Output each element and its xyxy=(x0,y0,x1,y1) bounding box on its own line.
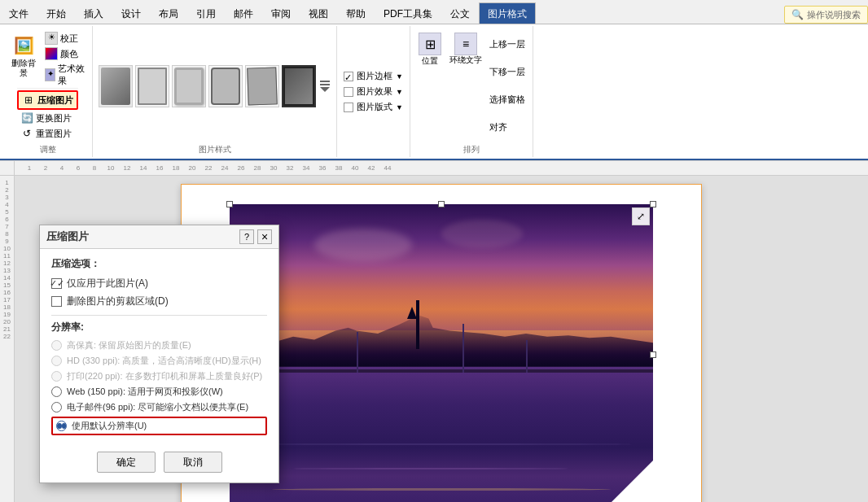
doc-area: ⤢ 点击 压缩图片 ? × 压缩选项 xyxy=(15,176,868,502)
checkbox-effect xyxy=(344,87,353,97)
tab-help[interactable]: 帮助 xyxy=(337,2,375,24)
change-button[interactable]: 🔄 更换图片 xyxy=(17,111,78,125)
tab-picformat[interactable]: 图片格式 xyxy=(479,2,536,24)
res-web-row[interactable]: Web (150 ppi): 适用于网页和投影仪(W) xyxy=(51,386,267,398)
confirm-button[interactable]: 确定 xyxy=(97,452,156,473)
ribbon: 文件 开始 插入 设计 布局 引用 邮件 审阅 视图 帮助 PDF工具集 公文 … xyxy=(0,0,868,161)
compress-options-title: 压缩选项： xyxy=(51,257,267,271)
style-thumb-2[interactable] xyxy=(135,65,169,107)
ribbon-content: 🖼️ 删除背景 ☀ 校正 颜色 ✦ 艺术效果 xyxy=(0,24,868,160)
handle-tr[interactable] xyxy=(650,201,656,207)
checkbox-border: ✓ xyxy=(344,72,353,81)
handle-tm[interactable] xyxy=(438,201,445,207)
style-more[interactable] xyxy=(318,81,331,92)
group-adjust: 🖼️ 删除背景 ☀ 校正 颜色 ✦ 艺术效果 xyxy=(3,26,93,157)
handle-mr[interactable] xyxy=(650,351,656,358)
wrap-text-btn[interactable]: ≡ 环绕文字 xyxy=(448,31,484,67)
radio-hd xyxy=(51,356,62,366)
corner-fold xyxy=(608,461,653,502)
style-thumb-3[interactable] xyxy=(172,65,206,107)
compress-button[interactable]: ⊞ 压缩图片 xyxy=(17,90,78,110)
tab-layout[interactable]: 布局 xyxy=(150,2,187,24)
format-btn[interactable]: 图片版式 ▼ xyxy=(344,101,403,113)
tab-home[interactable]: 开始 xyxy=(37,2,75,24)
delete-crop-checkbox[interactable] xyxy=(51,296,62,307)
style-thumb-5[interactable] xyxy=(245,65,279,107)
checkbox-format xyxy=(344,103,353,112)
ribbon-tab-bar: 文件 开始 插入 设计 布局 引用 邮件 审阅 视图 帮助 PDF工具集 公文 … xyxy=(0,0,868,24)
ruler-vertical: 123456 789101112 131415161718 19202122 xyxy=(0,176,15,502)
group-border-effect: ✓ 图片边框 ▼ 图片效果 ▼ 图片版式 ▼ xyxy=(337,26,410,157)
delete-crop-row[interactable]: 删除图片的剪裁区域(D) xyxy=(51,295,267,308)
position-btn[interactable]: ⊞ 位置 xyxy=(415,31,445,68)
color-button[interactable]: 颜色 xyxy=(42,46,89,61)
search-label[interactable]: 操作说明搜索 xyxy=(807,9,861,21)
style-thumb-6[interactable] xyxy=(282,65,316,107)
effect-btn[interactable]: 图片效果 ▼ xyxy=(344,85,403,98)
tab-file[interactable]: 文件 xyxy=(0,2,37,24)
style-thumb-1[interactable] xyxy=(99,65,133,107)
tab-mailings[interactable]: 邮件 xyxy=(225,2,262,24)
search-bar: 🔍 操作说明搜索 xyxy=(784,6,868,24)
apply-only-row[interactable]: ✓ 仅应用于此图片(A) xyxy=(51,277,267,290)
resolution-title: 分辨率: xyxy=(51,321,267,334)
compress-dialog: 压缩图片 ? × 压缩选项： ✓ 仅应用于此图片(A) 删除图片的剪裁区域(D) xyxy=(39,225,279,483)
ruler-horizontal: 1 2 4 6 8 10 12 14 16 18 20 22 24 26 28 … xyxy=(0,161,868,176)
selection-pane-btn[interactable]: 选择窗格 xyxy=(487,93,528,107)
correct-button[interactable]: ☀ 校正 xyxy=(42,31,89,46)
radio-email[interactable] xyxy=(51,402,62,413)
tab-pdf[interactable]: PDF工具集 xyxy=(375,2,441,24)
dialog-footer: 确定 取消 xyxy=(40,447,278,482)
style-thumb-4[interactable] xyxy=(208,65,243,107)
selected-image[interactable]: ⤢ xyxy=(230,204,653,502)
res-hd-row: HD (330 ppi): 高质量，适合高清晰度(HD)显示(H) xyxy=(51,355,267,367)
radio-print xyxy=(51,371,62,382)
arrange-label: 排列 xyxy=(415,142,528,155)
border-btn[interactable]: ✓ 图片边框 ▼ xyxy=(344,70,403,82)
radio-high xyxy=(51,340,62,351)
res-high-row: 高保真: 保留原始图片的质量(E) xyxy=(51,339,267,351)
cancel-button[interactable]: 取消 xyxy=(164,452,222,473)
handle-tl[interactable] xyxy=(226,201,233,207)
tab-design[interactable]: 设计 xyxy=(112,2,150,24)
dialog-body: 压缩选项： ✓ 仅应用于此图片(A) 删除图片的剪裁区域(D) 分辨率: 高保真… xyxy=(40,249,278,447)
search-icon: 🔍 xyxy=(791,9,804,20)
effects-button[interactable]: ✦ 艺术效果 xyxy=(42,62,89,88)
radio-web[interactable] xyxy=(51,386,62,397)
reset-button[interactable]: ↺ 重置图片 xyxy=(17,126,78,141)
imgstyle-label: 图片样式 xyxy=(199,142,231,155)
radio-default[interactable] xyxy=(56,421,67,431)
remove-bg-button[interactable]: 🖼️ 删除背景 xyxy=(7,31,41,80)
group-imgstyle: 图片样式 xyxy=(93,26,337,157)
res-email-row[interactable]: 电子邮件(96 ppi): 尽可能缩小文档以便共享(E) xyxy=(51,401,267,413)
tab-insert[interactable]: 插入 xyxy=(75,2,112,24)
main-area: 123456 789101112 131415161718 19202122 xyxy=(0,176,868,502)
tab-view[interactable]: 视图 xyxy=(300,2,337,24)
apply-only-checkbox[interactable]: ✓ xyxy=(51,278,62,289)
image-restore-icon[interactable]: ⤢ xyxy=(632,207,650,225)
dialog-close-btn[interactable]: × xyxy=(257,229,272,244)
align-btn[interactable]: 对齐 xyxy=(487,120,528,134)
res-default-row[interactable]: 使用默认分辨率(U) xyxy=(51,417,267,435)
tab-references[interactable]: 引用 xyxy=(187,2,225,24)
res-print-row: 打印(220 ppi): 在多数打印机和屏幕上质量良好(P) xyxy=(51,370,267,382)
group-arrange: ⊞ 位置 ≡ 环绕文字 上移一层 下移一层 选择窗格 对齐 排列 xyxy=(410,26,533,157)
dialog-help-btn[interactable]: ? xyxy=(239,229,254,244)
adjust-label: 调整 xyxy=(40,142,56,155)
send-back-btn[interactable]: 下移一层 xyxy=(487,65,528,79)
dialog-title: 压缩图片 xyxy=(46,229,89,244)
bring-forward-btn[interactable]: 上移一层 xyxy=(487,37,528,51)
tab-common[interactable]: 公文 xyxy=(441,2,479,24)
tab-review[interactable]: 审阅 xyxy=(262,2,300,24)
dialog-titlebar: 压缩图片 ? × xyxy=(40,225,278,249)
